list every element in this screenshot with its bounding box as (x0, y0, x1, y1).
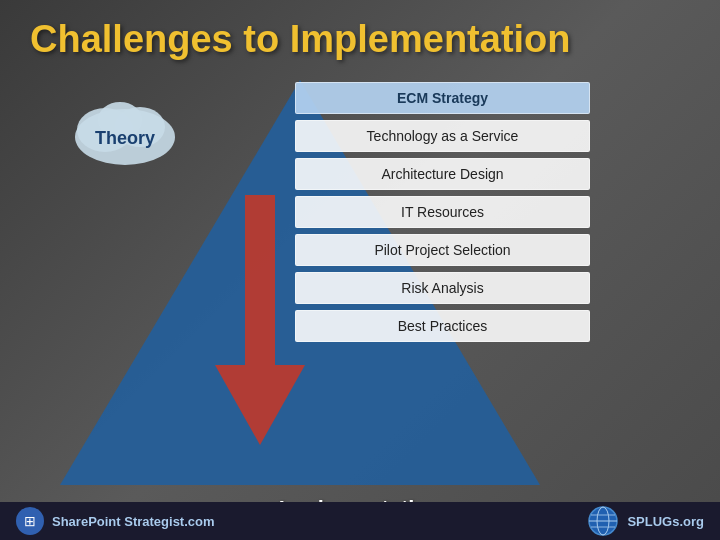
strategy-box-risk: Risk Analysis (295, 272, 590, 304)
footer-right: SPLUGs.org (587, 505, 704, 537)
strategy-box-pilot: Pilot Project Selection (295, 234, 590, 266)
slide-title: Challenges to Implementation (30, 18, 571, 61)
globe-icon (587, 505, 619, 537)
footer: ⊞ SharePoint Strategist.com SPLUGs.org (0, 502, 720, 540)
svg-text:Theory: Theory (95, 128, 155, 148)
strategy-box-best: Best Practices (295, 310, 590, 342)
theory-cloud: Theory (65, 82, 185, 167)
footer-left-text: SharePoint Strategist.com (52, 514, 215, 529)
slide: Challenges to Implementation Theory ECM … (0, 0, 720, 540)
footer-right-text: SPLUGs.org (627, 514, 704, 529)
strategy-box-it-resources: IT Resources (295, 196, 590, 228)
strategy-boxes-container: ECM Strategy Technology as a Service Arc… (295, 82, 590, 342)
strategy-box-ecm: ECM Strategy (295, 82, 590, 114)
strategy-box-arch-design: Architecture Design (295, 158, 590, 190)
strategy-box-tech-service: Technology as a Service (295, 120, 590, 152)
windows-icon: ⊞ (16, 507, 44, 535)
footer-left: ⊞ SharePoint Strategist.com (16, 507, 215, 535)
